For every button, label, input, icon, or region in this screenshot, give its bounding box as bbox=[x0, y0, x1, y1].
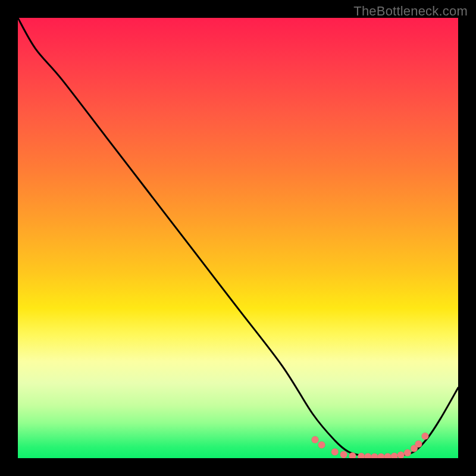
floor-dot bbox=[384, 453, 392, 458]
floor-dot bbox=[340, 451, 347, 458]
floor-dot bbox=[358, 453, 365, 458]
bottleneck-curve-svg bbox=[18, 18, 458, 458]
floor-dot bbox=[391, 453, 398, 458]
floor-dot bbox=[415, 440, 422, 447]
curve-group bbox=[18, 18, 458, 457]
floor-dot bbox=[364, 453, 371, 458]
watermark-text: TheBottleneck.com bbox=[353, 4, 468, 19]
floor-dots-group bbox=[312, 433, 429, 458]
plot-outer bbox=[18, 18, 458, 458]
floor-dot bbox=[331, 449, 339, 456]
floor-dot bbox=[371, 453, 378, 458]
floor-dot bbox=[318, 441, 325, 449]
floor-dot bbox=[404, 449, 411, 456]
chart-frame: TheBottleneck.com bbox=[0, 0, 476, 476]
floor-dot bbox=[397, 452, 405, 458]
floor-dot bbox=[378, 453, 385, 458]
floor-dot bbox=[349, 452, 356, 458]
floor-dot bbox=[422, 433, 429, 440]
floor-dot bbox=[312, 436, 319, 443]
bottleneck-curve bbox=[18, 18, 458, 457]
